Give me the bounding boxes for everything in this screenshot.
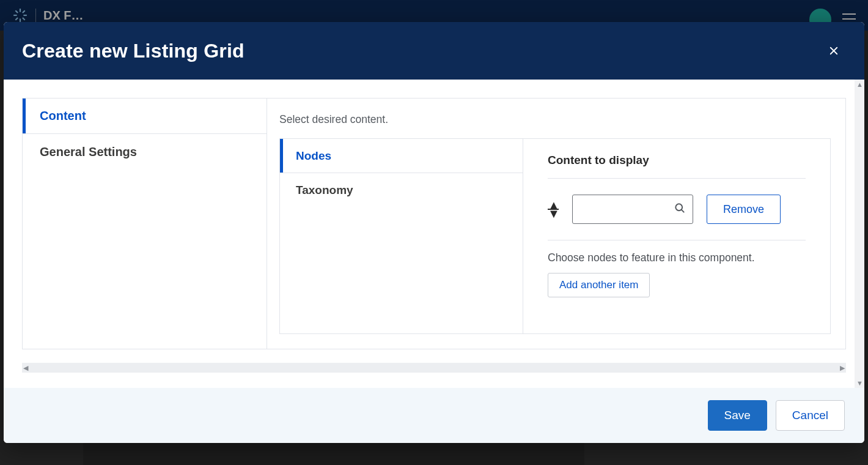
add-another-item-button[interactable]: Add another item	[548, 273, 650, 297]
content-inner-card: Nodes Taxonomy Content to display	[279, 138, 831, 334]
tab-content[interactable]: Content	[23, 99, 267, 134]
close-button[interactable]	[823, 40, 845, 62]
settings-layout: Content General Settings Select desired …	[22, 98, 846, 349]
save-button[interactable]: Save	[708, 400, 767, 431]
modal-title: Create new Listing Grid	[22, 40, 245, 62]
vertical-tabs: Content General Settings	[23, 99, 267, 349]
modal-header: Create new Listing Grid	[4, 22, 864, 80]
nodes-detail: Content to display ▲ ▼	[523, 139, 830, 333]
modal-body: ▲ ▼ Content General Settings Select desi…	[4, 80, 864, 388]
modal-create-listing-grid: Create new Listing Grid ▲ ▼ Content Gene…	[4, 22, 864, 443]
cancel-button-label: Cancel	[792, 409, 828, 422]
save-button-label: Save	[724, 409, 751, 422]
tab-content-label: Content	[40, 109, 86, 123]
node-search-wrap	[572, 195, 693, 224]
close-icon	[828, 45, 839, 56]
search-icon	[674, 202, 686, 217]
drag-handle-icon[interactable]: ▲ ▼	[548, 202, 559, 217]
subtab-taxonomy-label: Taxonomy	[296, 184, 353, 197]
subtab-nodes-label: Nodes	[296, 149, 331, 163]
scrollbar-horizontal[interactable]: ◀ ▶	[22, 363, 846, 373]
subtab-taxonomy[interactable]: Taxonomy	[280, 173, 523, 207]
detail-heading: Content to display	[548, 154, 806, 167]
subtab-nodes[interactable]: Nodes	[280, 139, 523, 173]
remove-button[interactable]: Remove	[707, 195, 781, 224]
add-another-item-label: Add another item	[559, 279, 638, 291]
modal-footer: Save Cancel	[4, 388, 864, 443]
remove-button-label: Remove	[723, 203, 764, 215]
nodes-help-text: Choose nodes to feature in this componen…	[548, 251, 806, 264]
content-pane: Select desired content. Nodes Taxonomy C…	[267, 99, 845, 349]
svg-line-11	[682, 210, 684, 212]
content-hint: Select desired content.	[279, 113, 831, 126]
cancel-button[interactable]: Cancel	[776, 400, 845, 431]
node-row: ▲ ▼	[548, 195, 806, 224]
content-subtabs: Nodes Taxonomy	[280, 139, 523, 333]
scrollbar-vertical[interactable]: ▲ ▼	[855, 80, 864, 388]
tab-general-settings-label: General Settings	[40, 145, 137, 159]
tab-general-settings[interactable]: General Settings	[23, 134, 267, 169]
